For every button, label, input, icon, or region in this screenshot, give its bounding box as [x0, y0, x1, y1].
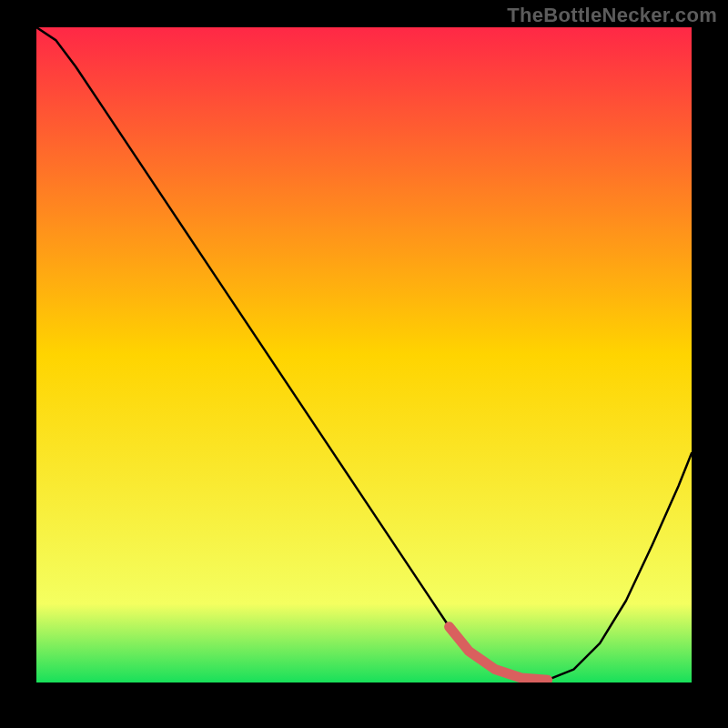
bottleneck-plot — [36, 27, 692, 682]
plot-background-gradient — [36, 27, 692, 682]
chart-frame: { "watermark": "TheBottleNecker.com", "c… — [0, 0, 728, 728]
watermark-text: TheBottleNecker.com — [507, 4, 717, 27]
